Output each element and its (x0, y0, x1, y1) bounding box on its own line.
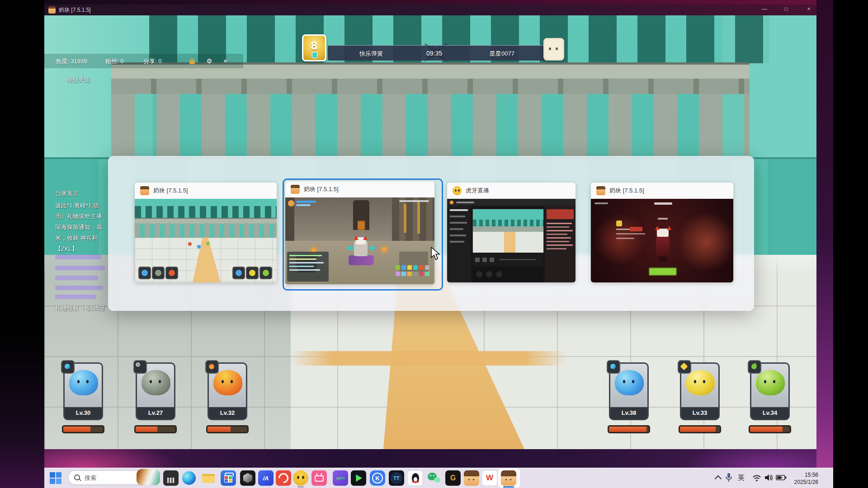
thumb-pet-icon-fire (165, 267, 178, 279)
palace-colonnade (111, 94, 750, 157)
pet-unit: Lv.32 (208, 362, 250, 420)
thumb-horn (655, 226, 660, 230)
thumb-pet-icon-metal (152, 267, 165, 279)
bilibili-icon[interactable] (311, 470, 327, 486)
hexagon-app-icon[interactable] (240, 470, 255, 486)
thumb-pet-dot (206, 242, 210, 245)
wechat-icon[interactable] (426, 470, 442, 486)
pinned-image-icon[interactable] (163, 470, 179, 486)
speaker-icon[interactable] (764, 474, 773, 482)
pet-card: Lv.34 (750, 362, 790, 420)
switcher-card-huya[interactable]: 虎牙直播 (447, 183, 576, 282)
card-header: 奶块 [7.5.1.5] (285, 181, 434, 197)
match-timer: 09:35 (426, 50, 442, 57)
badge-gem (312, 52, 317, 58)
switcher-card-naikuai-2[interactable]: 奶块 [7.5.1.5] (285, 181, 434, 284)
card-header: 奶块 [7.5.1.5] (135, 183, 277, 199)
battery-charging-icon[interactable] (776, 474, 787, 481)
tencent-video-icon[interactable] (351, 470, 366, 486)
qq-icon[interactable] (407, 470, 423, 486)
huya-topbar (447, 199, 576, 206)
fans-stat: 粉丝: 0 (105, 57, 123, 66)
pet-unit: Lv.38 (609, 362, 651, 420)
card-header: 奶块 [7.5.1.5] (591, 183, 733, 199)
wallpaper-top (44, 0, 816, 5)
pet-hp-fill (750, 427, 783, 432)
tray-time: 15:56 (786, 471, 818, 479)
thumb-item-icon (616, 221, 622, 226)
iqiyi-icon[interactable]: iQIYI (333, 470, 348, 486)
microphone-icon[interactable] (725, 473, 732, 483)
chat-line: 深海探险通知：恭 (55, 223, 108, 231)
ia-letters: /A (263, 475, 269, 482)
special-follow-label: 特别关注 (66, 76, 103, 84)
switcher-card-naikuai-3[interactable]: 奶块 [7.5.1.5] (591, 183, 733, 282)
window-titlebar: 奶块 [7.5.1.5] — □ × (44, 5, 816, 15)
naikuai-game-icon-active[interactable] (501, 470, 516, 486)
thumb-pet-dot (188, 242, 192, 246)
gear-icon[interactable]: ⚙ (205, 56, 214, 66)
red-music-app-icon[interactable] (276, 470, 291, 486)
chat-line: 【ZKL】 (55, 245, 108, 253)
thumb-text-line (616, 238, 634, 239)
card-title: 奶块 [7.5.1.5] (153, 187, 188, 195)
minimize-button[interactable]: — (757, 6, 772, 14)
input-language-indicator[interactable]: 英 (738, 474, 745, 482)
thumb-horn (363, 235, 368, 240)
clock[interactable]: 15:56 2025/1/26 (786, 471, 818, 486)
left-player-badge: 8 (302, 34, 326, 61)
active-app-indicator (503, 486, 514, 488)
kugou-music-icon[interactable]: K (370, 470, 385, 486)
thumb-torch (382, 247, 387, 252)
thumb-pet-icon-water (138, 267, 151, 279)
huya-app-icon (453, 186, 462, 195)
start-button[interactable] (50, 472, 61, 484)
wps-letter: W (486, 474, 493, 483)
pet-hp-bar (749, 425, 791, 433)
thumb-character-body (656, 237, 670, 256)
pet-hp-bar (62, 425, 104, 433)
chat-line-obscured (55, 286, 103, 290)
overlay-close-icon[interactable]: × (221, 56, 230, 66)
card-header: 虎牙直播 (447, 183, 576, 199)
avatar-eye (556, 47, 558, 50)
edge-browser-icon[interactable] (181, 470, 197, 486)
grass-element-icon (748, 360, 761, 374)
file-explorer-icon[interactable] (201, 470, 216, 486)
thumb-gold-strip (404, 204, 406, 233)
maximize-button[interactable]: □ (778, 6, 794, 14)
screen: 奶块 [7.5.1.5] — □ × 热度: 31939 粉丝: 0 分享: 0… (0, 0, 868, 488)
switcher-card-naikuai-1[interactable]: 奶块 [7.5.1.5] (135, 183, 277, 282)
pet-card: Lv.38 (609, 362, 649, 420)
huya-live-icon[interactable] (293, 470, 308, 486)
switcher-card-selected-border: 奶块 [7.5.1.5] (283, 178, 443, 291)
thumb-green-button (649, 267, 677, 276)
kugou-letter: K (375, 475, 379, 482)
thumb-horn (354, 235, 359, 240)
thumb-hud-bar (296, 201, 316, 203)
close-button[interactable]: × (801, 6, 816, 14)
search-box[interactable]: 搜索 (68, 470, 161, 485)
wifi-icon[interactable] (752, 474, 761, 482)
naikuai-launcher-icon[interactable] (464, 470, 479, 486)
thumb-subtext (658, 218, 668, 220)
pet-card: Lv.32 (208, 362, 247, 420)
chat-line-obscured (55, 295, 96, 299)
ia-app-icon[interactable]: /A (258, 470, 274, 486)
huya-sidebar (447, 206, 471, 282)
wps-office-icon[interactable]: W (482, 470, 497, 486)
huya-running-indicator (297, 486, 304, 488)
share-stat: 分享: 0 (143, 57, 161, 66)
microsoft-store-icon[interactable] (221, 470, 236, 486)
tt-voice-icon[interactable]: TT (389, 470, 404, 486)
pet-level: Lv.30 (65, 407, 102, 419)
lock-icon[interactable] (188, 56, 197, 66)
g-app-icon[interactable]: G (445, 470, 461, 486)
wallpaper-right (816, 0, 833, 468)
card-thumbnail (285, 197, 434, 284)
pet-level: Lv.34 (751, 407, 788, 419)
pet-hp-bar (679, 425, 721, 433)
pet-grass-creature (756, 370, 785, 395)
thumb-pet-icon-grass (259, 267, 272, 279)
g-letter: G (450, 474, 456, 482)
